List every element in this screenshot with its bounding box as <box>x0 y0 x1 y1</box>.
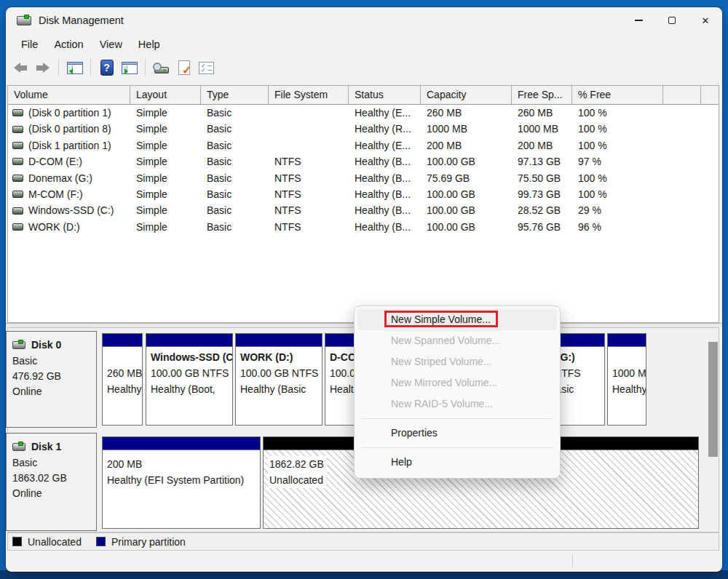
cell-status: Healthy (E... <box>349 105 421 121</box>
table-row[interactable]: (Disk 1 partition 1) Simple Basic Health… <box>8 137 719 153</box>
cell-free-space: 97.13 GB <box>512 153 572 169</box>
menu-bar: File Action View Help <box>6 33 722 55</box>
table-row[interactable]: (Disk 0 partition 1) Simple Basic Health… <box>8 105 719 121</box>
disk0-label[interactable]: Disk 0 Basic 476.92 GB Online <box>6 331 97 428</box>
unallocated-swatch <box>12 537 22 546</box>
legend-bar: Unallocated Primary partition <box>7 532 719 551</box>
disk-size: 1863.02 GB <box>12 471 96 486</box>
minimize-button[interactable] <box>622 7 655 33</box>
cell-capacity: 100.00 GB <box>421 219 512 235</box>
help-icon[interactable]: ? <box>97 58 116 78</box>
cell-file-system: NTFS <box>269 202 349 218</box>
title-bar: Disk Management ✕ <box>6 7 722 33</box>
column-header-type[interactable]: Type <box>201 86 269 104</box>
column-header-free-space[interactable]: Free Sp... <box>512 86 572 104</box>
toolbar: ? ✓ ✓✓ <box>6 55 722 80</box>
menu-view[interactable]: View <box>92 36 130 52</box>
table-row[interactable]: D-COM (E:) Simple Basic NTFS Healthy (B.… <box>8 153 719 169</box>
disk-status: Online <box>12 486 96 501</box>
volume-icon <box>12 126 23 133</box>
disk-icon <box>12 443 25 451</box>
show-action-pane-icon[interactable] <box>119 58 139 78</box>
cell-pct-free: 100 % <box>572 121 663 137</box>
menu-item-new-mirrored-volume: New Mirrored Volume... <box>357 372 557 394</box>
primary-partition-bar <box>608 334 646 347</box>
cell-layout: Simple <box>130 170 201 186</box>
disk-icon <box>12 341 25 349</box>
forward-arrow-icon[interactable] <box>33 58 52 78</box>
partition-work[interactable]: WORK (D:)100.00 GB NTFSHealthy (Basic <box>235 333 323 426</box>
menu-item-properties[interactable]: Properties <box>357 423 557 444</box>
cell-pct-free: 100 % <box>572 170 663 186</box>
volume-icon <box>12 158 23 165</box>
show-console-tree-icon[interactable] <box>65 58 84 78</box>
menu-separator <box>362 418 553 419</box>
column-header-volume[interactable]: Volume <box>8 86 130 104</box>
toolbar-separator <box>90 59 91 76</box>
table-row[interactable]: (Disk 0 partition 8) Simple Basic Health… <box>8 121 719 137</box>
cell-volume: D-COM (E:) <box>28 153 82 169</box>
menu-action[interactable]: Action <box>46 36 91 52</box>
vertical-scrollbar-thumb[interactable] <box>708 342 718 457</box>
primary-partition-bar <box>146 334 232 347</box>
volume-icon <box>12 175 23 182</box>
back-arrow-icon[interactable] <box>10 58 30 78</box>
volume-list-pane: Volume Layout Type File System Status Ca… <box>7 85 719 323</box>
context-menu: New Simple Volume... New Spanned Volume.… <box>354 306 561 479</box>
column-header-file-system[interactable]: File System <box>269 86 349 104</box>
cell-type: Basic <box>201 219 269 235</box>
cell-volume: M-COM (F:) <box>28 186 83 202</box>
legend-label-unallocated: Unallocated <box>28 536 82 548</box>
cell-type: Basic <box>201 170 269 186</box>
disk-drive-icon <box>17 16 31 25</box>
table-row[interactable]: M-COM (F:) Simple Basic NTFS Healthy (B.… <box>8 186 719 202</box>
primary-partition-swatch <box>96 537 106 546</box>
partition-disk0-recovery[interactable]: 1000 MBHealthy <box>607 333 646 426</box>
partition-windows-ssd[interactable]: Windows-SSD (C:)100.00 GB NTFSHealthy (B… <box>146 333 233 426</box>
column-header-status[interactable]: Status <box>349 86 421 104</box>
list-checks-icon[interactable]: ✓✓ <box>197 58 216 78</box>
cell-free-space: 75.50 GB <box>512 170 572 186</box>
column-header-empty <box>663 86 701 104</box>
cell-status: Healthy (R... <box>349 121 421 137</box>
maximize-icon <box>668 17 676 24</box>
partition-disk1-efi[interactable]: 200 MBHealthy (EFI System Partition) <box>102 436 261 529</box>
column-header-layout[interactable]: Layout <box>130 86 201 104</box>
cell-volume: (Disk 1 partition 1) <box>28 137 111 153</box>
cell-pct-free: 29 % <box>572 202 663 218</box>
cell-file-system <box>269 121 349 137</box>
table-row[interactable]: Windows-SSD (C:) Simple Basic NTFS Healt… <box>8 202 719 218</box>
cell-free-space: 28.52 GB <box>512 202 572 218</box>
volume-icon <box>12 142 23 149</box>
disk-name: Disk 0 <box>31 338 61 353</box>
table-row[interactable]: Donemax (G:) Simple Basic NTFS Healthy (… <box>8 170 719 186</box>
maximize-button[interactable] <box>655 7 689 33</box>
disk-size: 476.92 GB <box>12 369 96 384</box>
disk-rescan-icon[interactable] <box>151 58 171 78</box>
disk-kind: Basic <box>12 354 96 369</box>
menu-help[interactable]: Help <box>130 36 168 52</box>
cell-layout: Simple <box>130 137 201 153</box>
close-button[interactable]: ✕ <box>689 7 722 33</box>
toolbar-separator <box>58 59 59 76</box>
volume-icon <box>12 109 23 116</box>
column-header-capacity[interactable]: Capacity <box>421 86 512 104</box>
table-header: Volume Layout Type File System Status Ca… <box>8 86 719 105</box>
cell-type: Basic <box>201 121 269 137</box>
cell-type: Basic <box>201 105 269 121</box>
column-header-pct-free[interactable]: % Free <box>572 86 663 104</box>
menu-separator <box>362 447 553 448</box>
disk-status: Online <box>12 384 96 399</box>
cell-pct-free: 97 % <box>572 153 663 169</box>
primary-partition-bar <box>103 437 260 450</box>
menu-file[interactable]: File <box>13 36 46 52</box>
cell-status: Healthy (B... <box>349 186 421 202</box>
table-row[interactable]: WORK (D:) Simple Basic NTFS Healthy (B..… <box>8 219 719 235</box>
toolbar-separator <box>145 59 146 76</box>
partition-disk0-efi[interactable]: 260 MBHealthy ( <box>102 333 143 426</box>
cell-volume: (Disk 0 partition 8) <box>28 121 111 137</box>
disk1-label[interactable]: Disk 1 Basic 1863.02 GB Online <box>6 433 97 531</box>
cell-capacity: 260 MB <box>421 105 512 121</box>
check-page-icon[interactable]: ✓ <box>174 58 194 78</box>
menu-item-help[interactable]: Help <box>357 452 557 473</box>
